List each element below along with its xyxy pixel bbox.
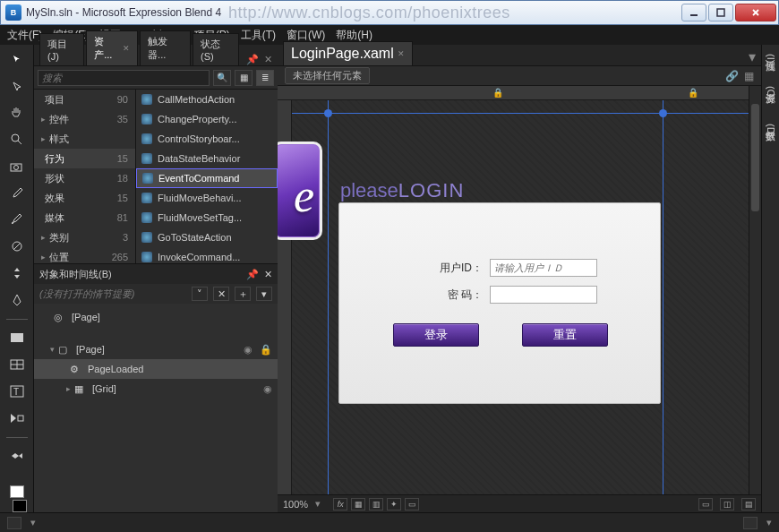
pin-icon[interactable]: 📌 — [246, 269, 259, 280]
asset-item[interactable]: ChangeProperty... — [136, 109, 278, 129]
view-grid-icon[interactable]: ▦ — [235, 70, 253, 86]
asset-item[interactable]: ControlStoryboar... — [136, 129, 278, 149]
foreground-swatch[interactable] — [10, 485, 24, 498]
fx-icon[interactable]: fx — [333, 498, 347, 511]
asset-item[interactable]: EventToCommand — [136, 168, 278, 188]
storyboard-menu-icon[interactable]: ▾ — [256, 287, 272, 301]
grid-toggle-icon[interactable]: ▦ — [744, 70, 754, 82]
chevron-down-icon[interactable]: ▾ — [749, 48, 756, 65]
category-row[interactable]: 项目90 — [34, 90, 135, 109]
chevron-down-icon[interactable]: ▾ — [30, 517, 36, 528]
search-icon[interactable]: 🔍 — [213, 70, 231, 86]
pin-icon[interactable]: 📌 — [246, 54, 259, 65]
pen-tool[interactable] — [5, 290, 29, 310]
vertical-scrollbar[interactable] — [749, 86, 761, 494]
camera-tool[interactable] — [5, 157, 29, 176]
tree-row[interactable]: ▸▦[Grid]◉ — [34, 379, 278, 399]
snap-grid-icon[interactable]: ▦ — [351, 498, 365, 511]
tab-properties[interactable]: 属性(I) — [764, 50, 777, 66]
asset-item[interactable]: FluidMoveBehavi... — [136, 188, 278, 208]
tab-data[interactable]: 数据(D) — [764, 120, 777, 141]
zoom-level[interactable]: 100% — [283, 499, 308, 510]
status-output-icon[interactable] — [743, 517, 758, 529]
pan-tool[interactable] — [5, 104, 29, 124]
close-icon[interactable]: ✕ — [123, 44, 130, 53]
tree-row[interactable]: ⚙PageLoaded — [34, 359, 278, 379]
asset-item[interactable]: DataStateBehavior — [136, 149, 278, 168]
svg-line-9 — [13, 243, 21, 250]
category-row[interactable]: ▸类别3 — [34, 227, 135, 247]
zoom-tool[interactable] — [5, 130, 29, 150]
search-input[interactable] — [38, 70, 210, 86]
text-tool[interactable]: T — [5, 382, 29, 401]
transform-tool[interactable] — [5, 263, 29, 283]
selection-tool[interactable] — [5, 50, 29, 70]
menu-window[interactable]: 窗口(W) — [287, 28, 325, 43]
canvas[interactable]: 🔒 🔒 e pleaseLOGIN 用户ID： 密 码： 登录 — [278, 86, 761, 494]
guide-handle[interactable] — [324, 109, 332, 117]
brush-tool[interactable] — [5, 210, 29, 230]
window-maximize-button[interactable] — [708, 4, 733, 21]
asset-item[interactable]: GoToStateAction — [136, 227, 278, 247]
guide-line[interactable] — [292, 113, 749, 114]
window-close-button[interactable] — [735, 4, 776, 21]
chevron-down-icon[interactable]: ▾ — [766, 517, 772, 528]
category-row[interactable]: ▸控件35 — [34, 109, 135, 129]
user-id-input[interactable] — [490, 259, 597, 277]
horizontal-ruler[interactable] — [278, 86, 749, 100]
document-tab[interactable]: LoginPage.xaml✕ — [283, 41, 413, 65]
visibility-icon[interactable]: ◉ — [244, 344, 253, 356]
menu-file[interactable]: 文件(F) — [7, 28, 42, 43]
close-panel-icon[interactable]: ✕ — [264, 269, 272, 280]
status-errors-icon[interactable] — [7, 517, 21, 529]
tab-resources[interactable]: 资源(O) — [764, 82, 777, 104]
password-input[interactable] — [490, 286, 597, 304]
storyboard-dropdown[interactable]: ˅ — [192, 287, 208, 301]
window-minimize-button[interactable] — [681, 4, 706, 21]
category-row[interactable]: 媒体81 — [34, 208, 135, 227]
gradient-tool[interactable] — [5, 236, 29, 256]
tab-assets[interactable]: 资产...✕ — [86, 30, 138, 65]
close-icon[interactable]: ✕ — [398, 49, 405, 58]
login-panel: 用户ID： 密 码： 登录 重置 — [338, 202, 661, 404]
design-view-icon[interactable]: ▭ — [698, 498, 713, 511]
guide-line[interactable] — [663, 100, 663, 494]
split-view-icon[interactable]: ◫ — [720, 498, 734, 511]
asset-library-button[interactable] — [5, 447, 29, 467]
close-storyboard-icon[interactable]: ✕ — [213, 287, 229, 301]
guide-handle[interactable] — [659, 109, 667, 117]
login-button[interactable]: 登录 — [393, 323, 479, 347]
tab-triggers[interactable]: 触发器... — [140, 30, 191, 65]
guide-line[interactable] — [328, 100, 329, 494]
direct-select-tool[interactable] — [5, 77, 29, 97]
tab-states[interactable]: 状态(S) — [193, 33, 239, 65]
asset-item[interactable]: FluidMoveSetTag... — [136, 208, 278, 227]
new-storyboard-button[interactable]: ＋ — [235, 287, 251, 301]
category-row[interactable]: 行为15 — [34, 149, 135, 168]
eyedropper-tool[interactable] — [5, 184, 29, 203]
background-swatch[interactable] — [13, 500, 27, 512]
reset-button[interactable]: 重置 — [522, 323, 608, 347]
tab-project[interactable]: 项目(J) — [39, 33, 84, 65]
tree-row[interactable]: ▾▢[Page]◉🔒 — [34, 339, 278, 359]
snap-toggle-icon[interactable]: ✦ — [387, 498, 401, 511]
category-row[interactable]: 效果15 — [34, 188, 135, 208]
code-view-icon[interactable]: ▤ — [741, 498, 756, 511]
menu-help[interactable]: 帮助(H) — [336, 28, 372, 43]
menu-tools[interactable]: 工具(T) — [241, 28, 276, 43]
view-list-icon[interactable]: ≣ — [256, 70, 274, 86]
control-tool[interactable] — [5, 408, 29, 428]
asset-item[interactable]: InvokeCommand... — [136, 247, 278, 263]
tree-row[interactable]: ◎[Page] — [34, 307, 278, 327]
lock-icon[interactable]: 🔒 — [260, 344, 272, 356]
layout-tool[interactable] — [5, 355, 29, 374]
visibility-icon[interactable]: ◉ — [263, 383, 272, 395]
link-icon[interactable]: 🔗 — [725, 70, 739, 82]
snap-lines-icon[interactable]: ▥ — [369, 498, 383, 511]
category-row[interactable]: 形状18 — [34, 168, 135, 188]
asset-item[interactable]: CallMethodAction — [136, 90, 278, 109]
category-row[interactable]: ▸样式 — [34, 129, 135, 149]
rectangle-tool[interactable] — [5, 329, 29, 348]
annotation-icon[interactable]: ▭ — [405, 498, 419, 511]
close-panel-icon[interactable]: ✕ — [264, 54, 272, 65]
